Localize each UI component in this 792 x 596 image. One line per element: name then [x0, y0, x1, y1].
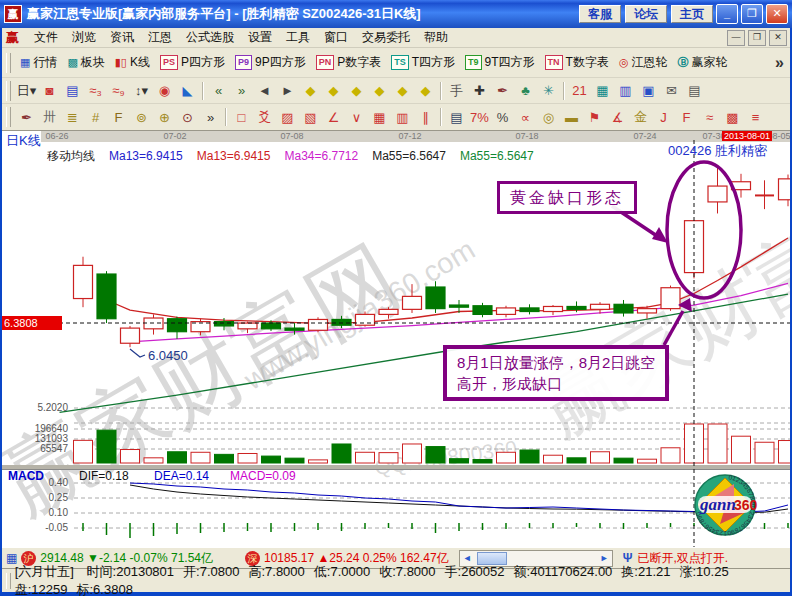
fibonacci-tool-icon[interactable]: F	[107, 106, 130, 128]
signal-flag-tool-icon[interactable]: ⚑	[583, 106, 606, 128]
gann-grid-tool-icon[interactable]: 卅	[38, 106, 61, 128]
kline-chart-svg[interactable]: 6.04500123456789012345678901234567890gan…	[2, 131, 790, 547]
crosshair-tool-icon[interactable]: ✚	[468, 80, 491, 102]
ladder-tool-icon[interactable]: ≡	[744, 106, 767, 128]
f-line-tool-icon[interactable]: F	[675, 106, 698, 128]
zoom-h-shrink-icon[interactable]: ◆	[368, 80, 391, 102]
nav-prev-icon[interactable]: ◄	[253, 80, 276, 102]
web-tool-icon[interactable]: ✳	[537, 80, 560, 102]
draw-line-tool-icon[interactable]: ✒	[491, 80, 514, 102]
shaded-box2-tool-icon[interactable]: ▧	[299, 106, 322, 128]
angle-cycle-tool-icon[interactable]: ⊕	[153, 106, 176, 128]
grid-b-tool-icon[interactable]: ▥	[391, 106, 414, 128]
angle-a-tool-icon[interactable]: ∡	[606, 106, 629, 128]
toolbar-button-9t-square[interactable]: T99T四方形	[460, 51, 540, 74]
golden-h-lines-tool-icon[interactable]: ≣	[61, 106, 84, 128]
titlebar-button-客服[interactable]: 客服	[579, 5, 621, 23]
gold-bar-tool-icon[interactable]: ▬	[560, 106, 583, 128]
overlay-dropdown-icon[interactable]: ↕▾	[130, 80, 153, 102]
overflow-more-icon[interactable]: »	[199, 106, 222, 128]
axis-scale-tool-icon[interactable]: ▤	[445, 106, 468, 128]
menu-item-江恩[interactable]: 江恩	[141, 29, 179, 45]
mini-chart-9-icon[interactable]: ≈₉	[107, 80, 130, 102]
menu-item-浏览[interactable]: 浏览	[65, 29, 103, 45]
toolbar-button-9p-square[interactable]: P99P四方形	[230, 51, 311, 74]
mdi-close-button[interactable]: ✕	[769, 30, 787, 46]
pattern-window-icon[interactable]: ◉	[153, 80, 176, 102]
trend-flag-icon[interactable]: ◣	[176, 80, 199, 102]
zoom-left-icon[interactable]: ◆	[299, 80, 322, 102]
maximize-button[interactable]: ❐	[741, 4, 763, 24]
shaded-box-tool-icon[interactable]: ▨	[276, 106, 299, 128]
calculator-tool-icon[interactable]: ▦	[591, 80, 614, 102]
close-button[interactable]: ✕	[766, 4, 788, 24]
toolbar-button-p-number-table[interactable]: PNP数字表	[311, 51, 387, 74]
menu-item-工具[interactable]: 工具	[279, 29, 317, 45]
gann-circle-tool-icon[interactable]: ⊙	[176, 106, 199, 128]
golden-v-lines-tool-icon[interactable]: #	[84, 106, 107, 128]
golden-spiral-tool-icon[interactable]: ⊚	[130, 106, 153, 128]
date-tick: 07-08	[280, 131, 303, 141]
percent-tool-icon[interactable]: %	[491, 106, 514, 128]
nav-first-icon[interactable]: «	[207, 80, 230, 102]
calendar-tool-icon[interactable]: 21	[568, 80, 591, 102]
parallel-lines-tool-icon[interactable]: ∥	[414, 106, 437, 128]
check-line-tool-icon[interactable]: ∨	[345, 106, 368, 128]
zoom-h-expand-icon[interactable]: ◆	[345, 80, 368, 102]
notebook-tool-icon[interactable]: ▥	[614, 80, 637, 102]
menu-item-设置[interactable]: 设置	[241, 29, 279, 45]
wave-tool-icon[interactable]: ≈	[698, 106, 721, 128]
zoom-v-shrink-icon[interactable]: ◆	[414, 80, 437, 102]
mail-tool-icon[interactable]: ✉	[660, 80, 683, 102]
crosshair-date-tag: 2013-08-01	[722, 131, 772, 141]
mdi-restore-button[interactable]: ❐	[748, 30, 766, 46]
menu-item-资讯[interactable]: 资讯	[103, 29, 141, 45]
gold-grid-tool-icon[interactable]: 金	[629, 106, 652, 128]
toolbar-button-kline[interactable]: ▮▯K线	[110, 51, 155, 74]
percent-retrace-tool-icon[interactable]: 7%	[468, 106, 491, 128]
hand-tool-icon[interactable]: 手	[445, 80, 468, 102]
pen-tool-icon[interactable]: ✒	[15, 106, 38, 128]
angle-line-tool-icon[interactable]: ∠	[322, 106, 345, 128]
grid-a-tool-icon[interactable]: ▦	[368, 106, 391, 128]
toolbar-button-gann-wheel[interactable]: ◎江恩轮	[614, 51, 673, 74]
mini-chart-3-icon[interactable]: ≈₃	[84, 80, 107, 102]
blocks-tool-icon[interactable]: ▩	[721, 106, 744, 128]
nav-next-icon[interactable]: ►	[276, 80, 299, 102]
nav-last-icon[interactable]: »	[230, 80, 253, 102]
golden-circle-tool-icon[interactable]: ◎	[537, 106, 560, 128]
zoom-v-expand-icon[interactable]: ◆	[391, 80, 414, 102]
titlebar-button-主页[interactable]: 主页	[671, 5, 713, 23]
zoom-right-icon[interactable]: ◆	[322, 80, 345, 102]
mdi-minimize-button[interactable]: —	[727, 30, 745, 46]
gann-fan-tool-icon[interactable]: 爻	[253, 106, 276, 128]
toolbar-button-t-number-table[interactable]: TNT数字表	[540, 51, 614, 74]
ratio-lines-tool-icon[interactable]: ∝	[514, 106, 537, 128]
rect-tool-icon[interactable]: □	[230, 106, 253, 128]
tree-tool-icon[interactable]: ♣	[514, 80, 537, 102]
menu-item-帮助[interactable]: 帮助	[417, 29, 455, 45]
j-line-tool-icon[interactable]: J	[652, 106, 675, 128]
toolbar-button-p-square[interactable]: PSP四方形	[155, 51, 230, 74]
save-tool-icon[interactable]: ▣	[637, 80, 660, 102]
dea-value: DEA=0.14	[154, 469, 209, 483]
print-tool-icon[interactable]: ▤	[683, 80, 706, 102]
titlebar-button-论坛[interactable]: 论坛	[625, 5, 667, 23]
menu-item-窗口[interactable]: 窗口	[317, 29, 355, 45]
info-panel-icon[interactable]: ▤	[61, 80, 84, 102]
kline-icon: ▮▯	[115, 56, 127, 69]
toolbar-button-quotes[interactable]: ▦行情	[15, 51, 62, 74]
chart-layout-icon[interactable]: ◙	[38, 80, 61, 102]
menu-item-交易委托[interactable]: 交易委托	[355, 29, 417, 45]
candle-08-02	[708, 186, 727, 202]
toolbar-button-sectors[interactable]: ▩板块	[62, 51, 109, 74]
volume-bar	[144, 458, 163, 463]
toolbar-button-winner-wheel[interactable]: Ⓑ赢家轮	[673, 51, 733, 74]
toolbar-button-t-square[interactable]: TST四方形	[386, 51, 460, 74]
annotation-golden-gap[interactable]: 黄金缺口形态	[497, 181, 637, 214]
period-day-dropdown-icon[interactable]: 日▾	[15, 80, 38, 102]
menu-item-公式选股[interactable]: 公式选股	[179, 29, 241, 45]
minimize-button[interactable]: _	[716, 4, 738, 24]
menu-item-文件[interactable]: 文件	[27, 29, 65, 45]
toolbar-overflow-chevron[interactable]: »	[775, 54, 784, 72]
